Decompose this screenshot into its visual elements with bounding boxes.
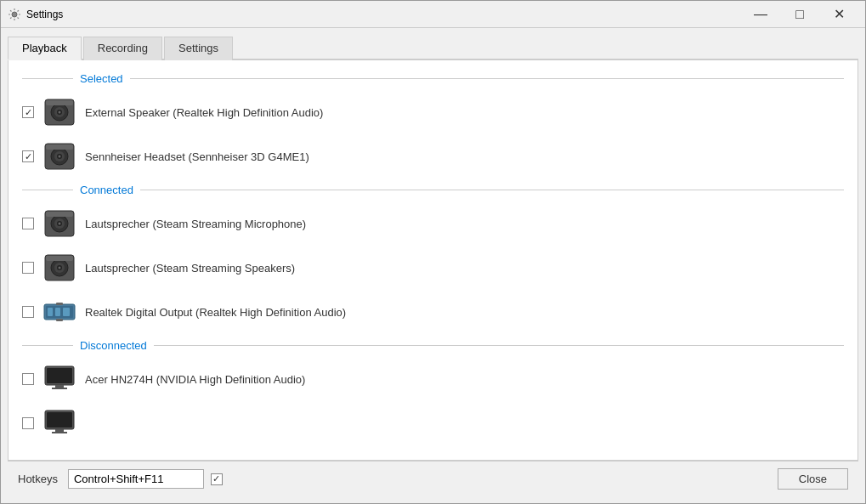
checkbox-partial[interactable]	[22, 417, 34, 429]
hotkey-label: Hotkeys	[18, 473, 58, 485]
svg-point-5	[59, 111, 61, 114]
device-name-lautsprecher-spk: Lautsprecher (Steam Streaming Speakers)	[85, 262, 295, 275]
device-name-realtek-digital: Realtek Digital Output (Realtek High Def…	[85, 306, 346, 319]
speaker-icon-lautsprecher-mic	[42, 208, 76, 239]
section-header-connected: Connected	[8, 178, 858, 201]
svg-rect-39	[52, 432, 67, 433]
device-item-lautsprecher-mic: Lautsprecher (Steam Streaming Microphone…	[8, 201, 858, 246]
device-name-sennheiser: Sennheiser Headset (Sennheiser 3D G4ME1)	[85, 150, 309, 163]
digital-icon-realtek	[42, 297, 76, 327]
hotkey-input[interactable]	[68, 469, 204, 489]
section-header-disconnected: Disconnected	[8, 334, 858, 357]
speaker-icon-ext	[42, 97, 76, 127]
checkbox-sennheiser[interactable]	[22, 150, 34, 162]
monitor-icon-acer	[42, 364, 76, 394]
tab-content-playback: Selected External Speaker (Real	[8, 60, 858, 461]
svg-rect-28	[55, 308, 60, 316]
svg-rect-31	[56, 319, 63, 321]
svg-point-0	[12, 12, 17, 17]
svg-rect-37	[47, 412, 72, 428]
device-list[interactable]: Selected External Speaker (Real	[8, 60, 858, 460]
speaker-icon-lautsprecher-spk	[42, 252, 76, 283]
checkbox-lautsprecher-mic[interactable]	[22, 218, 34, 229]
window-title: Settings	[26, 8, 741, 20]
app-icon	[8, 8, 21, 21]
monitor-icon-partial	[42, 408, 76, 439]
svg-rect-33	[47, 368, 72, 383]
device-item-acer: Acer HN274H (NVIDIA High Definition Audi…	[8, 357, 858, 401]
svg-rect-24	[46, 256, 73, 261]
svg-rect-30	[56, 303, 63, 305]
settings-window: Settings — □ ✕ Playback Recording Settin…	[0, 0, 866, 504]
svg-rect-12	[46, 144, 73, 150]
tab-settings[interactable]: Settings	[164, 37, 233, 60]
svg-rect-27	[48, 308, 53, 316]
speaker-icon-sennheiser	[42, 141, 76, 172]
tab-playback[interactable]: Playback	[8, 37, 82, 60]
section-header-selected: Selected	[8, 67, 858, 90]
tab-recording[interactable]: Recording	[83, 37, 162, 60]
device-item-sennheiser: Sennheiser Headset (Sennheiser 3D G4ME1)	[8, 134, 858, 178]
minimize-button[interactable]: —	[741, 2, 780, 27]
device-name-ext-speaker: External Speaker (Realtek High Definitio…	[85, 106, 323, 119]
tab-bar: Playback Recording Settings	[8, 35, 858, 60]
checkbox-ext-speaker[interactable]	[22, 106, 34, 118]
title-bar: Settings — □ ✕	[1, 1, 865, 28]
close-button[interactable]: Close	[778, 468, 848, 490]
svg-point-17	[59, 223, 61, 225]
svg-rect-6	[46, 100, 73, 105]
device-item-ext-speaker: External Speaker (Realtek High Definitio…	[8, 90, 858, 134]
device-item-partial	[8, 401, 858, 445]
window-body: Playback Recording Settings Selected	[1, 28, 865, 503]
footer-checkbox[interactable]	[211, 473, 223, 485]
device-name-lautsprecher-mic: Lautsprecher (Steam Streaming Microphone…	[85, 218, 306, 230]
checkbox-realtek-digital[interactable]	[22, 306, 34, 318]
footer: Hotkeys Close	[8, 461, 858, 496]
maximize-button[interactable]: □	[780, 2, 819, 27]
svg-rect-38	[55, 429, 64, 432]
svg-rect-35	[52, 388, 67, 389]
device-name-acer: Acer HN274H (NVIDIA High Definition Audi…	[85, 373, 305, 386]
checkbox-lautsprecher-spk[interactable]	[22, 262, 34, 274]
svg-rect-29	[63, 308, 70, 316]
svg-point-23	[59, 267, 61, 269]
checkbox-acer[interactable]	[22, 373, 34, 385]
device-item-realtek-digital: Realtek Digital Output (Realtek High Def…	[8, 290, 858, 334]
svg-rect-18	[46, 212, 73, 217]
svg-rect-34	[55, 385, 64, 388]
title-bar-controls: — □ ✕	[741, 2, 858, 27]
svg-point-11	[59, 156, 61, 158]
close-window-button[interactable]: ✕	[819, 2, 858, 27]
device-item-lautsprecher-spk: Lautsprecher (Steam Streaming Speakers)	[8, 246, 858, 290]
